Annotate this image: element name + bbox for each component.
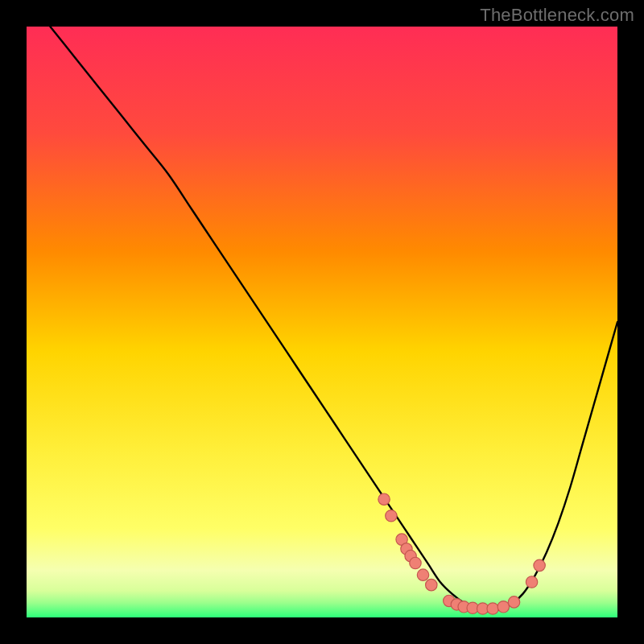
sample-marker: [487, 603, 498, 614]
chart-frame: TheBottleneck.com: [0, 0, 644, 644]
sample-marker: [508, 597, 519, 608]
svg-rect-0: [27, 27, 617, 617]
sample-marker: [497, 601, 509, 613]
sample-marker: [426, 579, 437, 590]
sample-marker: [534, 559, 545, 571]
sample-marker: [378, 493, 390, 505]
chart-svg: [27, 27, 617, 617]
sample-marker: [417, 569, 428, 580]
plot-area: [27, 27, 617, 617]
sample-marker: [526, 576, 537, 588]
watermark-text: TheBottleneck.com: [480, 5, 634, 26]
sample-marker: [410, 557, 421, 568]
sample-marker: [386, 510, 397, 522]
